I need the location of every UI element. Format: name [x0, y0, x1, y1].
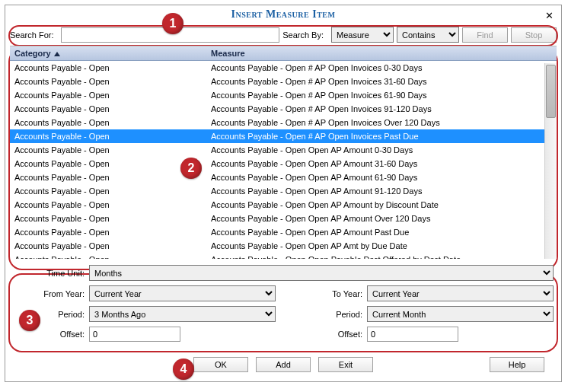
cell-category: Accounts Payable - Open: [10, 184, 206, 198]
to-year-label: To Year:: [291, 289, 367, 298]
measure-table: Category Measure Accounts Payable - Open…: [10, 46, 557, 259]
cell-category: Accounts Payable - Open: [10, 225, 206, 239]
table-row[interactable]: Accounts Payable - OpenAccounts Payable …: [10, 184, 557, 198]
cell-measure: Accounts Payable - Open Open AP Amount 3…: [206, 157, 557, 171]
cell-category: Accounts Payable - Open: [10, 129, 206, 143]
from-offset-input[interactable]: [89, 327, 180, 342]
callout-bubble-1: 1: [162, 13, 183, 34]
cell-category: Accounts Payable - Open: [10, 212, 206, 225]
cell-measure: Accounts Payable - Open Open AP Amount 6…: [206, 171, 557, 184]
scrollbar-thumb[interactable]: [546, 65, 556, 118]
cell-measure: Accounts Payable - Open # AP Open Invoic…: [206, 102, 557, 116]
callout-bubble-2: 2: [180, 158, 202, 179]
find-button[interactable]: Find: [462, 27, 508, 43]
to-offset-input[interactable]: [367, 327, 458, 342]
cell-category: Accounts Payable - Open: [10, 253, 206, 259]
sort-asc-icon: [54, 52, 60, 56]
cell-measure: Accounts Payable - Open # AP Open Invoic…: [206, 116, 557, 129]
table-row[interactable]: Accounts Payable - OpenAccounts Payable …: [10, 212, 557, 225]
cell-category: Accounts Payable - Open: [10, 198, 206, 212]
cell-measure: Accounts Payable - Open # AP Open Invoic…: [206, 61, 557, 75]
time-unit-label: Time Unit:: [13, 269, 89, 278]
help-button[interactable]: Help: [490, 357, 544, 372]
table-row[interactable]: Accounts Payable - OpenAccounts Payable …: [10, 75, 557, 88]
to-period-label: Period:: [291, 310, 367, 319]
exit-button[interactable]: Exit: [318, 357, 373, 372]
cell-category: Accounts Payable - Open: [10, 61, 206, 75]
from-column: From Year: Current Year Period: 3 Months…: [13, 285, 276, 346]
dialog-title: Insert Measure Item ✕: [5, 5, 561, 25]
measure-list: Category Measure Accounts Payable - Open…: [10, 46, 557, 259]
table-row[interactable]: Accounts Payable - OpenAccounts Payable …: [10, 116, 557, 129]
from-period-select[interactable]: 3 Months Ago: [89, 306, 276, 322]
cell-measure: Accounts Payable - Open Open AP Amount O…: [206, 212, 557, 225]
cell-category: Accounts Payable - Open: [10, 157, 206, 171]
table-row[interactable]: Accounts Payable - OpenAccounts Payable …: [10, 143, 557, 157]
table-row[interactable]: Accounts Payable - OpenAccounts Payable …: [10, 253, 557, 259]
dialog-title-text: Insert Measure Item: [231, 8, 336, 20]
callout-bubble-3: 3: [19, 310, 40, 331]
cell-category: Accounts Payable - Open: [10, 102, 206, 116]
dialog-window: 1 2 3 4 Insert Measure Item ✕ Search For…: [5, 5, 562, 382]
col-header-measure[interactable]: Measure: [206, 46, 557, 61]
search-bar: Search For: Search By: Measure Contains …: [5, 25, 561, 46]
table-row[interactable]: Accounts Payable - OpenAccounts Payable …: [10, 88, 557, 102]
time-unit-select[interactable]: Months: [89, 265, 554, 281]
cell-category: Accounts Payable - Open: [10, 239, 206, 253]
table-row[interactable]: Accounts Payable - OpenAccounts Payable …: [10, 129, 557, 143]
table-row[interactable]: Accounts Payable - OpenAccounts Payable …: [10, 102, 557, 116]
cell-category: Accounts Payable - Open: [10, 143, 206, 157]
cell-measure: Accounts Payable - Open Open Payable Dsc…: [206, 253, 557, 259]
cell-category: Accounts Payable - Open: [10, 116, 206, 129]
to-year-select[interactable]: Current Year: [367, 285, 554, 301]
cell-category: Accounts Payable - Open: [10, 75, 206, 88]
ok-button[interactable]: OK: [193, 357, 248, 372]
cell-measure: Accounts Payable - Open Open AP Amount 0…: [206, 143, 557, 157]
add-button[interactable]: Add: [256, 357, 311, 372]
search-by-select[interactable]: Measure: [331, 27, 394, 43]
col-header-category[interactable]: Category: [10, 46, 206, 61]
table-row[interactable]: Accounts Payable - OpenAccounts Payable …: [10, 239, 557, 253]
stop-button[interactable]: Stop: [511, 27, 557, 43]
cell-measure: Accounts Payable - Open # AP Open Invoic…: [206, 75, 557, 88]
from-year-select[interactable]: Current Year: [89, 285, 276, 301]
footer-buttons: OK Add Exit Help: [5, 349, 561, 381]
cell-measure: Accounts Payable - Open Open AP Amount b…: [206, 198, 557, 212]
cell-measure: Accounts Payable - Open # AP Open Invoic…: [206, 129, 557, 143]
to-offset-label: Offset:: [291, 330, 367, 339]
time-panel: Time Unit: Months From Year: Current Yea…: [5, 259, 561, 349]
cell-category: Accounts Payable - Open: [10, 88, 206, 102]
cell-measure: Accounts Payable - Open Open AP Amt by D…: [206, 239, 557, 253]
close-icon[interactable]: ✕: [545, 10, 554, 21]
from-offset-label: Offset:: [13, 330, 89, 339]
table-row[interactable]: Accounts Payable - OpenAccounts Payable …: [10, 225, 557, 239]
cell-measure: Accounts Payable - Open Open AP Amount P…: [206, 225, 557, 239]
callout-bubble-4: 4: [173, 359, 194, 380]
cell-measure: Accounts Payable - Open Open AP Amount 9…: [206, 184, 557, 198]
search-for-label: Search For:: [10, 30, 58, 40]
to-column: To Year: Current Year Period: Current Mo…: [291, 285, 554, 346]
table-row[interactable]: Accounts Payable - OpenAccounts Payable …: [10, 61, 557, 75]
cell-measure: Accounts Payable - Open # AP Open Invoic…: [206, 88, 557, 102]
from-year-label: From Year:: [13, 289, 89, 298]
table-row[interactable]: Accounts Payable - OpenAccounts Payable …: [10, 198, 557, 212]
to-period-select[interactable]: Current Month: [367, 306, 554, 322]
table-row[interactable]: Accounts Payable - OpenAccounts Payable …: [10, 171, 557, 184]
cell-category: Accounts Payable - Open: [10, 171, 206, 184]
scrollbar[interactable]: [544, 63, 557, 259]
table-row[interactable]: Accounts Payable - OpenAccounts Payable …: [10, 157, 557, 171]
search-match-select[interactable]: Contains: [397, 27, 459, 43]
search-by-label: Search By:: [282, 30, 328, 40]
